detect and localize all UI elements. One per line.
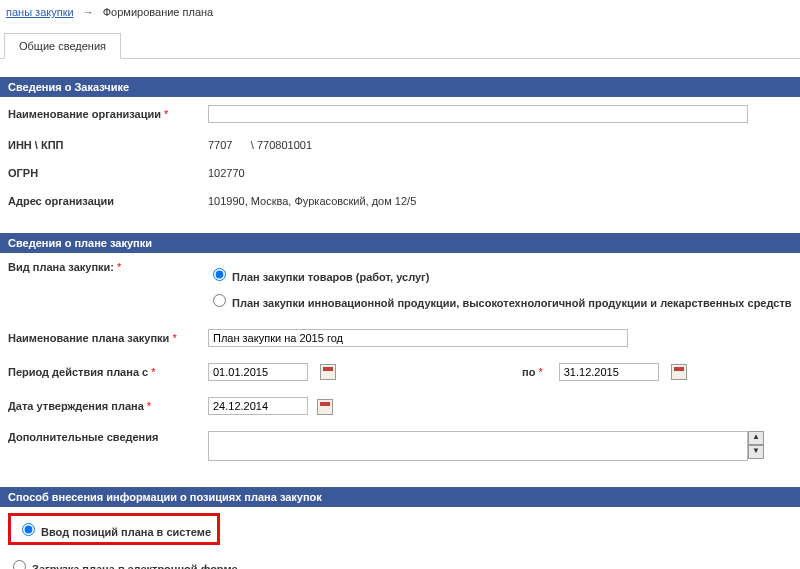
breadcrumb-link-plans[interactable]: паны закупки: [6, 6, 74, 18]
breadcrumb-arrow-icon: →: [83, 6, 94, 18]
plan-type-option1-label[interactable]: План закупки товаров (работ, услуг): [208, 271, 429, 283]
required-marker: *: [172, 332, 176, 344]
plan-type-label: Вид плана закупки:: [8, 261, 114, 273]
plan-type-radio-innovative[interactable]: [213, 294, 226, 307]
tabs-bar: Общие сведения: [0, 32, 800, 59]
plan-type-option2-text: План закупки инновационной продукции, вы…: [232, 297, 792, 309]
plan-name-input[interactable]: [208, 329, 628, 347]
section-header-customer: Сведения о Заказчике: [0, 77, 800, 97]
required-marker: *: [151, 366, 155, 378]
approved-date-label: Дата утверждения плана: [8, 400, 144, 412]
address-label: Адрес организации: [8, 195, 208, 207]
org-name-label: Наименование организации: [8, 108, 161, 120]
additional-textarea[interactable]: [208, 431, 748, 461]
plan-type-option1-text: План закупки товаров (работ, услуг): [232, 271, 429, 283]
breadcrumb-current: Формирование плана: [103, 6, 213, 18]
tab-general[interactable]: Общие сведения: [4, 33, 121, 59]
section-header-entry: Способ внесения информации о позициях пл…: [0, 487, 800, 507]
section-header-plan: Сведения о плане закупки: [0, 233, 800, 253]
row-approved-date: Дата утверждения плана *: [0, 389, 800, 423]
inn-kpp-label: ИНН \ КПП: [8, 139, 208, 151]
required-marker: *: [538, 366, 542, 378]
required-marker: *: [164, 108, 168, 120]
inn-value: 7707: [208, 139, 232, 151]
required-marker: *: [147, 400, 151, 412]
entry-option2-label[interactable]: Загрузка плана в электронной форме: [8, 557, 238, 569]
row-plan-type: Вид плана закупки: * План закупки товаро…: [0, 253, 800, 321]
plan-type-radio-goods[interactable]: [213, 268, 226, 281]
required-marker: *: [117, 261, 121, 273]
row-entry-option1: Ввод позиций плана в системе: [0, 507, 800, 551]
scroll-up-icon[interactable]: ▲: [748, 431, 764, 445]
scroll-down-icon[interactable]: ▼: [748, 445, 764, 459]
entry-radio-upload[interactable]: [13, 560, 26, 569]
ogrn-value: 102770: [208, 167, 792, 179]
ogrn-label: ОГРН: [8, 167, 208, 179]
row-inn-kpp: ИНН \ КПП 7707 \ 770801001: [0, 131, 800, 159]
period-from-label: Период действия плана с: [8, 366, 148, 378]
breadcrumb: паны закупки → Формирование плана: [0, 0, 800, 24]
plan-type-option2-label[interactable]: План закупки инновационной продукции, вы…: [208, 297, 792, 309]
row-period: Период действия плана с * по *: [0, 355, 800, 389]
row-additional: Дополнительные сведения ▲ ▼: [0, 423, 800, 469]
additional-label: Дополнительные сведения: [8, 431, 208, 443]
entry-option1-text: Ввод позиций плана в системе: [41, 526, 211, 538]
calendar-icon[interactable]: [671, 364, 687, 380]
entry-radio-system[interactable]: [22, 523, 35, 536]
highlight-box: Ввод позиций плана в системе: [8, 513, 220, 545]
row-plan-name: Наименование плана закупки *: [0, 321, 800, 355]
calendar-icon[interactable]: [317, 399, 333, 415]
row-ogrn: ОГРН 102770: [0, 159, 800, 187]
plan-name-label: Наименование плана закупки: [8, 332, 169, 344]
approved-date-input[interactable]: [208, 397, 308, 415]
kpp-value: \ 770801001: [251, 139, 312, 151]
address-value: 101990, Москва, Фуркасовский, дом 12/5: [208, 195, 792, 207]
entry-option1-label[interactable]: Ввод позиций плана в системе: [17, 526, 211, 538]
period-to-input[interactable]: [559, 363, 659, 381]
row-org-name: Наименование организации *: [0, 97, 800, 131]
org-name-input[interactable]: [208, 105, 748, 123]
period-from-input[interactable]: [208, 363, 308, 381]
calendar-icon[interactable]: [320, 364, 336, 380]
entry-option2-text: Загрузка плана в электронной форме: [32, 563, 238, 569]
row-address: Адрес организации 101990, Москва, Фуркас…: [0, 187, 800, 215]
period-to-label: по: [522, 366, 535, 378]
row-entry-option2: Загрузка плана в электронной форме: [0, 551, 800, 569]
